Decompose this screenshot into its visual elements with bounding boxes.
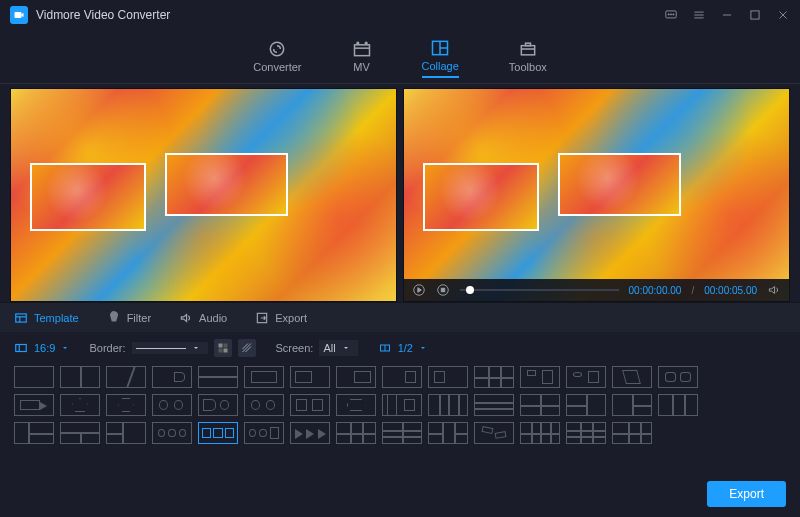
template-item[interactable] xyxy=(428,422,468,444)
playback-thumb[interactable] xyxy=(466,286,474,294)
menu-icon[interactable] xyxy=(692,8,706,22)
play-button[interactable] xyxy=(412,283,426,297)
screen-select[interactable]: All xyxy=(319,340,357,356)
template-item[interactable] xyxy=(198,366,238,388)
template-item[interactable] xyxy=(612,422,652,444)
template-item[interactable] xyxy=(566,366,606,388)
template-item[interactable] xyxy=(382,422,422,444)
aspect-icon xyxy=(14,341,28,355)
template-item[interactable] xyxy=(382,366,422,388)
template-item[interactable] xyxy=(14,366,54,388)
template-item[interactable] xyxy=(658,394,698,416)
template-item[interactable] xyxy=(520,422,560,444)
template-item[interactable] xyxy=(336,394,376,416)
template-item[interactable] xyxy=(152,422,192,444)
svg-rect-33 xyxy=(218,349,222,353)
volume-icon[interactable] xyxy=(767,283,781,297)
template-item[interactable] xyxy=(290,422,330,444)
template-item[interactable] xyxy=(198,422,238,444)
template-item[interactable] xyxy=(60,422,100,444)
feedback-icon[interactable] xyxy=(664,8,678,22)
template-row xyxy=(14,366,786,388)
svg-rect-19 xyxy=(521,45,534,54)
collage-editor-pane[interactable] xyxy=(10,88,397,302)
template-item[interactable] xyxy=(428,394,468,416)
tab-collage[interactable]: Collage xyxy=(422,36,459,78)
sub-tabs: Template Filter Audio Export xyxy=(0,302,800,332)
template-item[interactable] xyxy=(382,394,422,416)
template-item[interactable] xyxy=(244,366,284,388)
template-item[interactable] xyxy=(106,366,146,388)
template-item[interactable] xyxy=(566,394,606,416)
template-item[interactable] xyxy=(198,394,238,416)
export-button[interactable]: Export xyxy=(707,481,786,507)
template-item[interactable] xyxy=(60,394,100,416)
time-total: 00:00:05.00 xyxy=(704,285,757,296)
export-icon xyxy=(255,312,269,324)
tab-toolbox[interactable]: Toolbox xyxy=(509,37,547,77)
svg-rect-32 xyxy=(223,344,227,348)
svg-rect-25 xyxy=(16,313,27,321)
template-item[interactable] xyxy=(106,394,146,416)
template-item[interactable] xyxy=(152,366,192,388)
svg-point-2 xyxy=(668,14,669,15)
chevron-down-icon xyxy=(419,344,427,352)
border-pattern-button[interactable] xyxy=(238,339,256,357)
template-item[interactable] xyxy=(474,394,514,416)
border-color-button[interactable] xyxy=(214,339,232,357)
template-item[interactable] xyxy=(244,422,284,444)
template-item[interactable] xyxy=(612,366,652,388)
template-item[interactable] xyxy=(60,366,100,388)
template-item[interactable] xyxy=(336,422,376,444)
playback-track[interactable] xyxy=(460,289,619,291)
preview-area: 00:00:00.00/00:00:05.00 xyxy=(0,84,800,302)
template-item[interactable] xyxy=(106,422,146,444)
subtab-export[interactable]: Export xyxy=(255,312,307,324)
tab-converter[interactable]: Converter xyxy=(253,37,301,77)
maximize-button[interactable] xyxy=(748,8,762,22)
title-bar: Vidmore Video Converter xyxy=(0,0,800,30)
template-item[interactable] xyxy=(14,394,54,416)
stop-button[interactable] xyxy=(436,283,450,297)
svg-rect-13 xyxy=(354,44,369,55)
window-controls xyxy=(664,8,790,22)
collage-preview-pane: 00:00:00.00/00:00:05.00 xyxy=(403,88,790,302)
close-button[interactable] xyxy=(776,8,790,22)
svg-rect-0 xyxy=(15,12,22,18)
template-item[interactable] xyxy=(244,394,284,416)
collage-frame-1[interactable] xyxy=(30,163,146,231)
template-item[interactable] xyxy=(474,366,514,388)
template-item[interactable] xyxy=(520,366,560,388)
template-item[interactable] xyxy=(658,366,698,388)
template-item[interactable] xyxy=(474,422,514,444)
preview-frame-1 xyxy=(423,163,539,231)
split-select[interactable]: 1/2 xyxy=(378,342,427,354)
template-item[interactable] xyxy=(336,366,376,388)
border-label: Border: xyxy=(89,342,125,354)
template-item[interactable] xyxy=(152,394,192,416)
subtab-template[interactable]: Template xyxy=(14,312,79,324)
template-item[interactable] xyxy=(520,394,560,416)
mv-icon xyxy=(352,41,372,57)
template-item[interactable] xyxy=(290,366,330,388)
options-bar: 16:9 Border: Screen: All 1/2 xyxy=(0,332,800,364)
app-logo xyxy=(10,6,28,24)
template-item[interactable] xyxy=(428,366,468,388)
border-style-select[interactable] xyxy=(132,342,208,354)
minimize-button[interactable] xyxy=(720,8,734,22)
template-item[interactable] xyxy=(612,394,652,416)
template-item[interactable] xyxy=(566,422,606,444)
template-item[interactable] xyxy=(290,394,330,416)
aspect-ratio-select[interactable]: 16:9 xyxy=(14,341,69,355)
template-item[interactable] xyxy=(14,422,54,444)
subtab-filter[interactable]: Filter xyxy=(107,312,151,324)
svg-line-36 xyxy=(242,344,248,350)
collage-frame-2[interactable] xyxy=(165,153,288,217)
collage-icon xyxy=(430,40,450,56)
tab-mv[interactable]: MV xyxy=(352,37,372,77)
chevron-down-icon xyxy=(342,344,350,352)
preview-frame-2 xyxy=(558,153,681,217)
chevron-down-icon xyxy=(61,344,69,352)
subtab-audio[interactable]: Audio xyxy=(179,312,227,324)
time-current: 00:00:00.00 xyxy=(629,285,682,296)
